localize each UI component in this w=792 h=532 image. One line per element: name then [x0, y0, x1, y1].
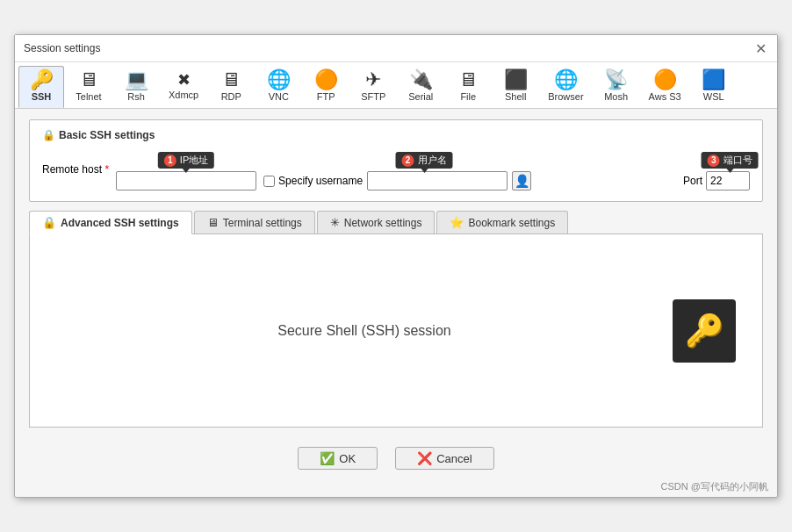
section-title: Basic SSH settings — [59, 129, 155, 141]
network-icon: ✳ — [330, 216, 340, 229]
close-button[interactable]: ✕ — [752, 40, 768, 56]
proto-tab-rdp-label: RDP — [221, 91, 241, 102]
proto-tab-ssh[interactable]: 🔑 SSH — [18, 66, 64, 108]
footer: ✅ OK ❌ Cancel — [15, 436, 777, 478]
shell-icon: ⬛ — [504, 70, 528, 90]
ok-button[interactable]: ✅ OK — [298, 447, 378, 470]
cancel-button[interactable]: ❌ Cancel — [395, 447, 493, 470]
proto-tab-file[interactable]: 🖥 File — [445, 66, 491, 108]
badge-num-1: 1 — [164, 155, 176, 167]
proto-tab-mosh[interactable]: 📡 Mosh — [594, 66, 639, 108]
proto-tab-serial[interactable]: 🔌 Serial — [398, 66, 443, 108]
port-row: 3 端口号 Port — [683, 171, 750, 191]
terminal-icon: 🖥 — [207, 216, 219, 229]
remote-host-input[interactable] — [116, 171, 256, 191]
proto-tab-ssh-label: SSH — [32, 91, 52, 102]
key-icon: 🔑 — [685, 313, 724, 349]
proto-tab-file-label: File — [460, 91, 476, 102]
content-panel: Secure Shell (SSH) session 🔑 — [29, 234, 763, 428]
badge-num-2: 2 — [402, 155, 414, 167]
dialog-title: Session settings — [24, 42, 100, 54]
key-icon-box: 🔑 — [673, 299, 736, 363]
session-label: Secure Shell (SSH) session — [56, 323, 673, 339]
tab-network[interactable]: ✳ Network settings — [317, 211, 436, 234]
username-input[interactable] — [367, 171, 508, 191]
badge-arrow-3 — [726, 169, 733, 173]
watermark: CSDN @写代码的小阿帆 — [15, 478, 777, 497]
xdmcp-icon: ✖ — [177, 72, 191, 88]
annotation-badge-2: 2 用户名 — [396, 152, 453, 169]
proto-tab-xdmcp[interactable]: ✖ Xdmcp — [161, 66, 206, 108]
remote-host-wrap: 1 IP地址 — [116, 171, 256, 191]
proto-tab-shell-label: Shell — [505, 91, 526, 102]
user-icon-button[interactable]: 👤 — [512, 171, 531, 191]
bookmark-icon: ⭐ — [450, 216, 464, 229]
tab-network-label: Network settings — [344, 217, 422, 229]
remote-host-label: Remote host * — [42, 163, 109, 176]
tab-advanced-ssh-label: Advanced SSH settings — [61, 217, 179, 229]
proto-tab-vnc-label: VNC — [269, 91, 289, 102]
proto-tab-rdp[interactable]: 🖥 RDP — [208, 66, 254, 108]
specify-username-checkbox[interactable] — [263, 176, 275, 187]
cancel-label: Cancel — [436, 452, 472, 465]
proto-tab-telnet-label: Telnet — [76, 91, 101, 102]
tab-advanced-ssh[interactable]: 🔒 Advanced SSH settings — [29, 211, 192, 234]
proto-tab-browser[interactable]: 🌐 Browser — [540, 66, 591, 108]
rsh-icon: 💻 — [125, 70, 148, 90]
tab-bookmark-label: Bookmark settings — [468, 217, 555, 229]
proto-tab-wsl[interactable]: 🟦 WSL — [691, 66, 737, 108]
browser-icon: 🌐 — [554, 70, 578, 90]
badge-text-3: 端口号 — [724, 154, 752, 167]
mosh-icon: 📡 — [604, 70, 628, 90]
proto-tab-vnc[interactable]: 🌐 VNC — [256, 66, 301, 108]
proto-tab-telnet[interactable]: 🖥 Telnet — [66, 66, 112, 108]
tab-terminal[interactable]: 🖥 Terminal settings — [194, 211, 315, 234]
port-input[interactable] — [706, 171, 750, 191]
section-legend: 🔒 Basic SSH settings — [42, 129, 750, 141]
proto-tab-ftp[interactable]: 🟠 FTP — [303, 66, 349, 108]
badge-text-2: 用户名 — [418, 154, 447, 167]
ssh-icon: 🔑 — [30, 70, 54, 90]
main-content: 🔒 Basic SSH settings Remote host * 1 IP地… — [15, 109, 777, 436]
specify-username-row: Specify username — [263, 175, 363, 187]
ssh-settings-icon: 🔒 — [42, 129, 55, 141]
badge-num-3: 3 — [708, 155, 720, 167]
proto-tab-awss3[interactable]: 🟠 Aws S3 — [641, 66, 689, 108]
tab-terminal-label: Terminal settings — [223, 217, 302, 229]
cancel-icon: ❌ — [417, 451, 432, 465]
proto-tab-xdmcp-label: Xdmcp — [169, 90, 198, 100]
port-label: Port — [683, 175, 702, 187]
required-marker: * — [104, 163, 109, 176]
title-bar: Session settings ✕ — [15, 35, 777, 62]
proto-tab-awss3-label: Aws S3 — [649, 91, 681, 102]
file-icon: 🖥 — [458, 70, 478, 90]
serial-icon: 🔌 — [409, 70, 433, 90]
proto-tab-rsh-label: Rsh — [127, 91, 145, 102]
badge-text-1: IP地址 — [180, 154, 208, 167]
annotation-badge-1: 1 IP地址 — [158, 152, 214, 169]
vnc-icon: 🌐 — [267, 70, 291, 90]
username-wrap: 2 用户名 Specify username 👤 — [263, 171, 531, 191]
protocol-tabs: 🔑 SSH 🖥 Telnet 💻 Rsh ✖ Xdmcp 🖥 RDP 🌐 VNC… — [15, 62, 777, 109]
proto-tab-sftp[interactable]: ✈ SFTP — [350, 66, 396, 108]
tab-bookmark[interactable]: ⭐ Bookmark settings — [436, 211, 568, 234]
proto-tab-shell[interactable]: ⬛ Shell — [493, 66, 538, 108]
ftp-icon: 🟠 — [314, 70, 338, 90]
sftp-icon: ✈ — [365, 70, 381, 90]
advanced-ssh-icon: 🔒 — [42, 216, 56, 229]
proto-tab-mosh-label: Mosh — [604, 91, 628, 102]
proto-tab-ftp-label: FTP — [317, 91, 335, 102]
bottom-tabs-section: 🔒 Advanced SSH settings 🖥 Terminal setti… — [29, 211, 763, 428]
proto-tab-serial-label: Serial — [408, 91, 433, 102]
proto-tab-rsh[interactable]: 💻 Rsh — [113, 66, 159, 108]
basic-row: Remote host * 1 IP地址 2 用户名 — [42, 148, 750, 191]
rdp-icon: 🖥 — [221, 70, 241, 90]
proto-tab-browser-label: Browser — [548, 91, 583, 102]
wsl-icon: 🟦 — [702, 70, 725, 90]
basic-ssh-settings: 🔒 Basic SSH settings Remote host * 1 IP地… — [29, 119, 763, 202]
awss3-icon: 🟠 — [653, 70, 677, 90]
ok-label: OK — [339, 452, 356, 465]
telnet-icon: 🖥 — [79, 70, 98, 90]
ok-icon: ✅ — [320, 451, 335, 465]
badge-arrow-1 — [183, 169, 190, 173]
